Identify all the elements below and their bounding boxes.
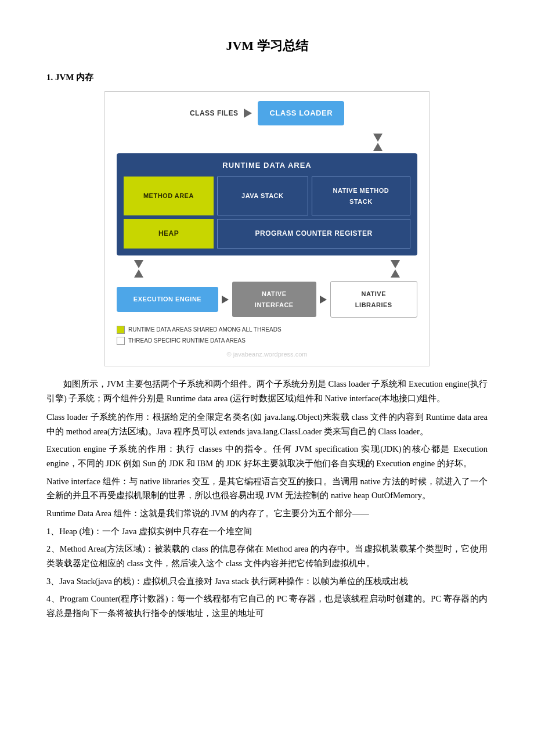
exec-arrow-1-icon [222, 296, 229, 304]
arrow-up-2-icon [134, 269, 143, 278]
section-1-title: 1. JVM 内存 [46, 70, 488, 85]
native-method-stack-box: NATIVE METHODSTACK [312, 177, 410, 215]
native-interface-paragraph: Native interface 组件：与 native libraries 交… [46, 474, 488, 503]
legend-yellow-icon [117, 326, 125, 334]
java-stack-box: JAVA STACK [217, 177, 308, 215]
intro-paragraph: 如图所示，JVM 主要包括两个子系统和两个组件。两个子系统分别是 Class l… [46, 377, 488, 405]
legend-specific-label: THREAD SPECIFIC RUNTIME DATA AREAS [128, 336, 246, 345]
arrow-down-icon [373, 134, 383, 142]
rda-title: RUNTIME DATA AREA [124, 159, 410, 172]
runtime-data-area: RUNTIME DATA AREA METHOD AREA JAVA STACK… [117, 153, 417, 255]
classloader-paragraph: Class loader 子系统的作用：根据给定的全限定名类名(如 java.l… [46, 410, 488, 438]
method-area-desc-paragraph: 2、Method Area(方法区域)：被装载的 class 的信息存储在 Me… [46, 542, 488, 570]
heap-box: HEAP [124, 219, 214, 248]
legend-shared-label: RUNTIME DATA AREAS SHARED AMONG ALL THRE… [128, 325, 282, 334]
runtime-data-area-paragraph: Runtime Data Area 组件：这就是我们常说的 JVM 的内存了。它… [46, 506, 488, 521]
program-counter-box: PROGRAM COUNTER REGISTER [217, 219, 410, 248]
arrow-down-2-icon [134, 260, 143, 268]
native-interface-box: NATIVEINTERFACE [232, 282, 316, 317]
diagram-legend: RUNTIME DATA AREAS SHARED AMONG ALL THRE… [117, 325, 417, 345]
execution-paragraph: Execution engine 子系统的作用：执行 classes 中的指令。… [46, 442, 488, 470]
native-libraries-box: NATIVELIBRARIES [330, 281, 418, 318]
execution-engine-box: EXECUTION ENGINE [117, 287, 218, 312]
method-area-box: METHOD AREA [124, 177, 214, 215]
program-counter-desc-paragraph: 4、Program Counter(程序计数器)：每一个线程都有它自己的 PC … [46, 592, 488, 620]
arrow-down-3-icon [391, 260, 400, 268]
page-title: JVM 学习总结 [46, 35, 488, 56]
exec-arrow-2-icon [320, 296, 327, 304]
java-stack-desc-paragraph: 3、Java Stack(java 的栈)：虚拟机只会直接对 Java stac… [46, 574, 488, 589]
arrow-up-icon [373, 143, 383, 151]
heap-desc-paragraph: 1、Heap (堆)：一个 Java 虚拟实例中只存在一个堆空间 [46, 524, 488, 539]
class-files-arrow-icon [244, 109, 252, 118]
arrow-up-3-icon [391, 269, 400, 278]
class-loader-box: CLASS LOADER [258, 101, 344, 125]
legend-white-icon [117, 337, 125, 345]
class-files-label: CLASS FILES [190, 107, 239, 119]
jvm-diagram: CLASS FILES CLASS LOADER RUNTIME DATA AR… [104, 91, 430, 366]
diagram-watermark: © javabeanz.wordpress.com [117, 349, 417, 360]
